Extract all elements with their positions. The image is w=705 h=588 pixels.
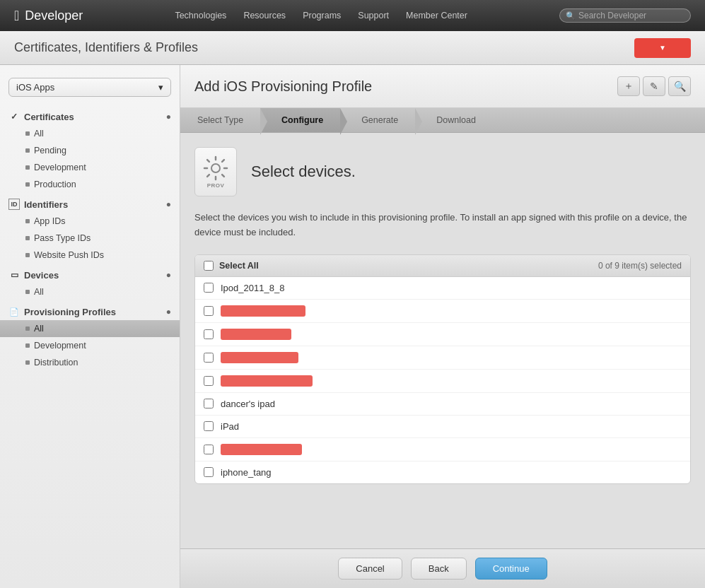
provisioning-section[interactable]: 📄 Provisioning Profiles ● [0, 300, 180, 320]
step-generate: Generate [340, 108, 415, 132]
sidebar-item-cert-production[interactable]: Production [0, 176, 180, 193]
search-input[interactable] [578, 11, 684, 20]
table-row [195, 438, 690, 461]
step-arrow [260, 108, 267, 135]
provisioning-label: Provisioning Profiles [24, 307, 116, 317]
dot-icon [25, 148, 30, 153]
dot-icon [25, 327, 30, 331]
badge-arrow: ▼ [659, 44, 666, 52]
edit-icon: ✎ [650, 81, 658, 92]
table-row: iphone_tang [195, 461, 690, 483]
main-layout: iOS Apps ▾ ✓ Certificates ● All Pending … [0, 65, 705, 588]
main-content: PROV Select devices. Select the devices … [180, 133, 705, 548]
identifiers-chevron: ● [166, 199, 171, 209]
sidebar-item-prov-all[interactable]: All [0, 320, 180, 337]
dot-icon [25, 253, 30, 257]
device-name: iphone_tang [221, 467, 272, 478]
profile-header: PROV Select devices. [194, 147, 691, 196]
table-row: dancer's ipad [195, 393, 690, 416]
table-header: Select All 0 of 9 item(s) selected [195, 255, 690, 277]
certificates-chevron: ● [166, 112, 171, 122]
nav-links: Technologies Resources Programs Support … [104, 11, 538, 20]
back-button[interactable]: Back [411, 558, 467, 580]
nav-programs[interactable]: Programs [303, 11, 341, 20]
dot-icon [25, 165, 30, 170]
table-row: Ipod_2011_8_8 [195, 277, 690, 300]
logo-text: Developer [25, 8, 83, 23]
nav-resources[interactable]: Resources [243, 11, 286, 20]
devices-chevron: ● [166, 270, 171, 280]
nav-member-center[interactable]: Member Center [406, 11, 467, 20]
sidebar-item-pass-type-ids[interactable]: Pass Type IDs [0, 230, 180, 247]
device-name: dancer's ipad [221, 399, 275, 409]
svg-point-0 [211, 164, 220, 172]
cancel-button[interactable]: Cancel [338, 558, 402, 580]
sidebar-item-prov-development[interactable]: Development [0, 337, 180, 354]
certificates-section[interactable]: ✓ Certificates ● [0, 105, 180, 125]
search-box[interactable]: 🔍 [559, 8, 691, 23]
device-checkbox[interactable] [204, 445, 214, 454]
bottom-bar: Cancel Back Continue [180, 548, 705, 588]
device-checkbox[interactable] [204, 399, 214, 408]
content-header: Add iOS Provisioning Profile ＋ ✎ 🔍 [180, 65, 705, 108]
redacted-name [221, 375, 313, 387]
device-checkbox[interactable] [204, 467, 214, 477]
device-checkbox[interactable] [204, 306, 214, 316]
top-nav:  Developer Technologies Resources Progr… [0, 0, 705, 31]
step-bar: Select Type Configure Generate Download [180, 108, 705, 133]
sidebar-item-website-push-ids[interactable]: Website Push IDs [0, 247, 180, 264]
table-row [195, 346, 690, 370]
apple-icon:  [14, 8, 19, 24]
prov-icon: PROV [194, 147, 237, 196]
plus-icon: ＋ [624, 80, 634, 93]
device-checkbox[interactable] [204, 329, 214, 339]
continue-button[interactable]: Continue [475, 558, 547, 580]
device-checkbox[interactable] [204, 421, 214, 431]
certificates-icon: ✓ [8, 111, 20, 122]
device-checkbox[interactable] [204, 283, 214, 293]
nav-support[interactable]: Support [358, 11, 389, 20]
sub-header: Certificates, Identifiers & Profiles ▼ [0, 31, 705, 65]
content-actions: ＋ ✎ 🔍 [617, 76, 691, 96]
sidebar-item-cert-development[interactable]: Development [0, 159, 180, 176]
sidebar-item-cert-pending[interactable]: Pending [0, 142, 180, 159]
sub-header-title: Certificates, Identifiers & Profiles [14, 40, 198, 55]
add-button[interactable]: ＋ [617, 76, 640, 96]
redacted-name [221, 329, 291, 340]
account-badge[interactable]: ▼ [634, 38, 691, 58]
sidebar-item-prov-distribution[interactable]: Distribution [0, 354, 180, 371]
devices-label: Devices [24, 270, 59, 281]
device-checkbox[interactable] [204, 353, 214, 363]
section-title: Select devices. [251, 163, 356, 181]
redacted-name [221, 352, 298, 363]
redacted-name [221, 305, 305, 317]
devices-icon: ▭ [8, 269, 20, 281]
device-name: iPad [221, 421, 239, 432]
provisioning-chevron: ● [166, 307, 171, 317]
edit-button[interactable]: ✎ [643, 76, 665, 96]
select-all-checkbox[interactable] [204, 261, 214, 271]
table-row [195, 370, 690, 393]
logo:  Developer [14, 8, 83, 24]
search-button[interactable]: 🔍 [668, 76, 691, 96]
identifiers-section[interactable]: ID Identifiers ● [0, 193, 180, 213]
devices-section[interactable]: ▭ Devices ● [0, 264, 180, 283]
platform-dropdown[interactable]: iOS Apps ▾ [8, 78, 171, 97]
dot-icon [25, 131, 30, 136]
content-area: Add iOS Provisioning Profile ＋ ✎ 🔍 Selec… [180, 65, 705, 588]
platform-label: iOS Apps [16, 82, 54, 93]
dot-icon [25, 360, 30, 365]
dot-icon [25, 219, 30, 223]
gear-icon [203, 155, 228, 181]
step-download: Download [415, 108, 493, 132]
content-title: Add iOS Provisioning Profile [194, 78, 372, 95]
select-all-label: Select All [219, 261, 259, 271]
sidebar-item-app-ids[interactable]: App IDs [0, 213, 180, 230]
description-text: Select the devices you wish to include i… [194, 211, 691, 240]
device-checkbox[interactable] [204, 376, 214, 386]
dot-icon [25, 182, 30, 187]
sidebar-item-cert-all[interactable]: All [0, 125, 180, 142]
nav-technologies[interactable]: Technologies [175, 11, 226, 20]
sidebar-item-devices-all[interactable]: All [0, 283, 180, 300]
table-row [195, 323, 690, 346]
